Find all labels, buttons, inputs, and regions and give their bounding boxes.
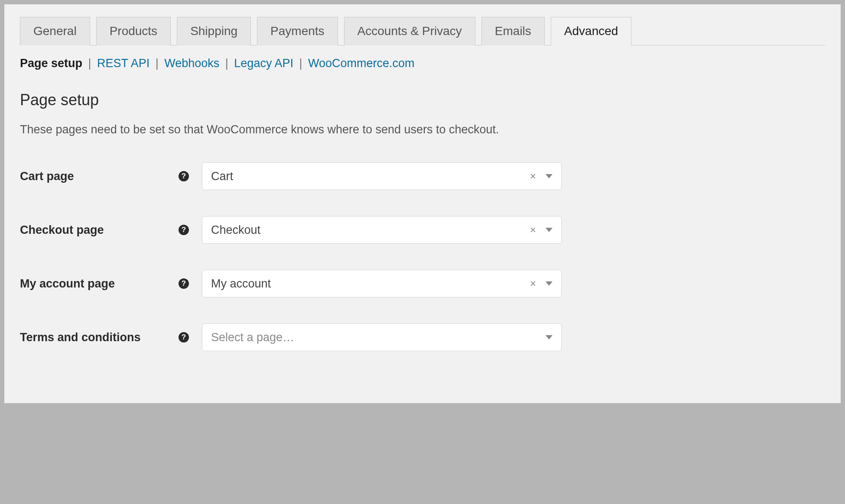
row-cart-page: Cart page ? Cart × [20, 162, 825, 190]
subnav-link-woocommerce-com[interactable]: WooCommerce.com [308, 57, 415, 70]
settings-panel: General Products Shipping Payments Accou… [4, 4, 841, 403]
select-my-account-page[interactable]: My account × [202, 270, 562, 297]
tab-payments[interactable]: Payments [257, 17, 338, 45]
select-checkout-page[interactable]: Checkout × [202, 216, 562, 244]
tab-products[interactable]: Products [96, 17, 171, 45]
subnav-current: Page setup [20, 57, 82, 70]
label-checkout-page: Checkout page [20, 223, 104, 237]
label-terms-and-conditions: Terms and conditions [20, 331, 141, 344]
tab-shipping[interactable]: Shipping [177, 17, 251, 45]
label-cart-page: Cart page [20, 170, 74, 183]
help-icon[interactable]: ? [179, 225, 189, 235]
select-terms-and-conditions[interactable]: Select a page… [202, 323, 562, 351]
page-setup-form: Cart page ? Cart × Checkout page ? Check… [20, 162, 825, 351]
clear-icon[interactable]: × [530, 224, 536, 236]
select-value: Cart [211, 170, 530, 183]
tab-advanced[interactable]: Advanced [551, 17, 632, 45]
label-my-account-page: My account page [20, 277, 115, 291]
select-placeholder: Select a page… [211, 331, 546, 344]
tab-emails[interactable]: Emails [481, 17, 545, 45]
help-icon[interactable]: ? [179, 278, 189, 289]
chevron-down-icon [546, 174, 552, 178]
subnav-link-legacy-api[interactable]: Legacy API [234, 57, 293, 70]
help-icon[interactable]: ? [179, 171, 189, 181]
select-value: My account [211, 277, 530, 291]
chevron-down-icon [546, 335, 552, 339]
settings-tabs: General Products Shipping Payments Accou… [20, 16, 825, 45]
section-description: These pages need to be set so that WooCo… [20, 123, 825, 136]
row-checkout-page: Checkout page ? Checkout × [20, 216, 825, 244]
select-cart-page[interactable]: Cart × [202, 162, 562, 190]
subnav-link-webhooks[interactable]: Webhooks [164, 57, 219, 70]
chevron-down-icon [546, 228, 552, 232]
clear-icon[interactable]: × [530, 278, 536, 290]
advanced-subnav: Page setup | REST API | Webhooks | Legac… [20, 57, 825, 70]
chevron-down-icon [546, 281, 552, 286]
section-title: Page setup [20, 91, 825, 109]
tab-accounts-privacy[interactable]: Accounts & Privacy [344, 17, 475, 45]
select-value: Checkout [211, 223, 530, 237]
row-terms-and-conditions: Terms and conditions ? Select a page… [20, 323, 825, 351]
clear-icon[interactable]: × [530, 170, 536, 182]
row-my-account-page: My account page ? My account × [20, 270, 825, 297]
subnav-link-rest-api[interactable]: REST API [97, 57, 150, 70]
help-icon[interactable]: ? [179, 332, 189, 342]
tab-general[interactable]: General [20, 17, 90, 45]
